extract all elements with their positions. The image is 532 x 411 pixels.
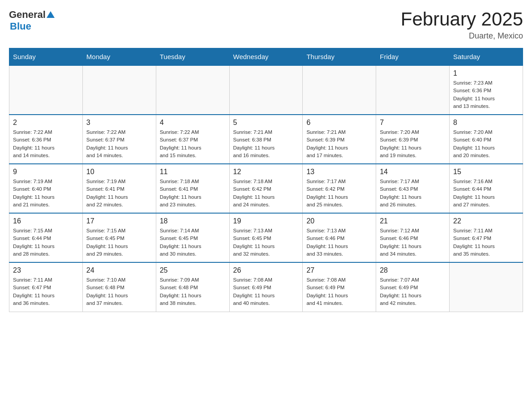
calendar-cell: 5Sunrise: 7:21 AM Sunset: 6:38 PM Daylig… <box>229 115 303 164</box>
day-info: Sunrise: 7:18 AM Sunset: 6:41 PM Dayligh… <box>160 178 226 209</box>
day-number: 12 <box>233 168 299 176</box>
day-number: 10 <box>86 168 152 176</box>
day-number: 5 <box>233 119 299 127</box>
day-info: Sunrise: 7:08 AM Sunset: 6:49 PM Dayligh… <box>306 276 372 307</box>
calendar-cell: 12Sunrise: 7:18 AM Sunset: 6:42 PM Dayli… <box>229 164 303 213</box>
day-number: 3 <box>86 119 152 127</box>
calendar-cell: 23Sunrise: 7:11 AM Sunset: 6:47 PM Dayli… <box>9 262 83 312</box>
day-number: 27 <box>306 266 372 274</box>
calendar-cell: 8Sunrise: 7:20 AM Sunset: 6:40 PM Daylig… <box>450 115 523 164</box>
calendar-cell <box>82 65 156 115</box>
day-info: Sunrise: 7:22 AM Sunset: 6:37 PM Dayligh… <box>160 128 226 159</box>
day-number: 2 <box>13 119 79 127</box>
day-number: 21 <box>380 217 446 225</box>
day-info: Sunrise: 7:08 AM Sunset: 6:49 PM Dayligh… <box>233 276 299 307</box>
week-row-2: 2Sunrise: 7:22 AM Sunset: 6:36 PM Daylig… <box>9 115 523 164</box>
day-header-friday: Friday <box>376 48 450 66</box>
day-number: 18 <box>160 217 226 225</box>
day-info: Sunrise: 7:19 AM Sunset: 6:40 PM Dayligh… <box>13 178 79 209</box>
calendar-cell: 16Sunrise: 7:15 AM Sunset: 6:44 PM Dayli… <box>9 213 83 262</box>
day-info: Sunrise: 7:15 AM Sunset: 6:45 PM Dayligh… <box>86 227 152 258</box>
logo: General Blue <box>9 9 56 32</box>
calendar-cell <box>303 65 376 115</box>
calendar-cell: 6Sunrise: 7:21 AM Sunset: 6:39 PM Daylig… <box>303 115 376 164</box>
calendar-cell: 27Sunrise: 7:08 AM Sunset: 6:49 PM Dayli… <box>303 262 376 312</box>
calendar-cell: 13Sunrise: 7:17 AM Sunset: 6:42 PM Dayli… <box>303 164 376 213</box>
day-info: Sunrise: 7:17 AM Sunset: 6:43 PM Dayligh… <box>380 178 446 209</box>
calendar-cell <box>9 65 83 115</box>
day-number: 11 <box>160 168 226 176</box>
days-header-row: SundayMondayTuesdayWednesdayThursdayFrid… <box>9 48 523 66</box>
day-info: Sunrise: 7:21 AM Sunset: 6:38 PM Dayligh… <box>233 128 299 159</box>
logo-general-text: General <box>9 9 46 21</box>
calendar-cell <box>156 65 229 115</box>
day-info: Sunrise: 7:23 AM Sunset: 6:36 PM Dayligh… <box>453 79 519 110</box>
title-section: February 2025 Duarte, Mexico <box>401 9 523 41</box>
calendar-cell: 14Sunrise: 7:17 AM Sunset: 6:43 PM Dayli… <box>376 164 450 213</box>
calendar-cell: 17Sunrise: 7:15 AM Sunset: 6:45 PM Dayli… <box>82 213 156 262</box>
calendar-cell: 26Sunrise: 7:08 AM Sunset: 6:49 PM Dayli… <box>229 262 303 312</box>
calendar-cell: 7Sunrise: 7:20 AM Sunset: 6:39 PM Daylig… <box>376 115 450 164</box>
day-header-thursday: Thursday <box>303 48 376 66</box>
calendar-cell: 10Sunrise: 7:19 AM Sunset: 6:41 PM Dayli… <box>82 164 156 213</box>
day-number: 19 <box>233 217 299 225</box>
day-number: 6 <box>306 119 372 127</box>
calendar-cell: 18Sunrise: 7:14 AM Sunset: 6:45 PM Dayli… <box>156 213 229 262</box>
week-row-5: 23Sunrise: 7:11 AM Sunset: 6:47 PM Dayli… <box>9 262 523 312</box>
month-title: February 2025 <box>401 9 523 30</box>
calendar-cell <box>450 262 523 312</box>
day-info: Sunrise: 7:17 AM Sunset: 6:42 PM Dayligh… <box>306 178 372 209</box>
calendar-cell <box>376 65 450 115</box>
page-header: General Blue February 2025 Duarte, Mexic… <box>9 9 523 41</box>
calendar-cell: 11Sunrise: 7:18 AM Sunset: 6:41 PM Dayli… <box>156 164 229 213</box>
day-info: Sunrise: 7:20 AM Sunset: 6:40 PM Dayligh… <box>453 128 519 159</box>
calendar-cell: 20Sunrise: 7:13 AM Sunset: 6:46 PM Dayli… <box>303 213 376 262</box>
day-info: Sunrise: 7:09 AM Sunset: 6:48 PM Dayligh… <box>160 276 226 307</box>
day-header-saturday: Saturday <box>450 48 523 66</box>
week-row-4: 16Sunrise: 7:15 AM Sunset: 6:44 PM Dayli… <box>9 213 523 262</box>
calendar-cell: 9Sunrise: 7:19 AM Sunset: 6:40 PM Daylig… <box>9 164 83 213</box>
day-number: 4 <box>160 119 226 127</box>
day-info: Sunrise: 7:13 AM Sunset: 6:45 PM Dayligh… <box>233 227 299 258</box>
day-info: Sunrise: 7:22 AM Sunset: 6:36 PM Dayligh… <box>13 128 79 159</box>
day-number: 24 <box>86 266 152 274</box>
day-info: Sunrise: 7:21 AM Sunset: 6:39 PM Dayligh… <box>306 128 372 159</box>
day-info: Sunrise: 7:10 AM Sunset: 6:48 PM Dayligh… <box>86 276 152 307</box>
day-number: 15 <box>453 168 519 176</box>
day-header-monday: Monday <box>82 48 156 66</box>
day-number: 20 <box>306 217 372 225</box>
day-number: 28 <box>380 266 446 274</box>
day-header-wednesday: Wednesday <box>229 48 303 66</box>
week-row-3: 9Sunrise: 7:19 AM Sunset: 6:40 PM Daylig… <box>9 164 523 213</box>
day-info: Sunrise: 7:11 AM Sunset: 6:47 PM Dayligh… <box>453 227 519 258</box>
calendar-cell: 2Sunrise: 7:22 AM Sunset: 6:36 PM Daylig… <box>9 115 83 164</box>
calendar-cell: 1Sunrise: 7:23 AM Sunset: 6:36 PM Daylig… <box>450 65 523 115</box>
logo-triangle-icon <box>46 10 56 20</box>
day-number: 7 <box>380 119 446 127</box>
day-info: Sunrise: 7:07 AM Sunset: 6:49 PM Dayligh… <box>380 276 446 307</box>
day-info: Sunrise: 7:18 AM Sunset: 6:42 PM Dayligh… <box>233 178 299 209</box>
day-number: 26 <box>233 266 299 274</box>
day-number: 16 <box>13 217 79 225</box>
day-info: Sunrise: 7:22 AM Sunset: 6:37 PM Dayligh… <box>86 128 152 159</box>
day-number: 8 <box>453 119 519 127</box>
day-header-tuesday: Tuesday <box>156 48 229 66</box>
calendar-cell: 28Sunrise: 7:07 AM Sunset: 6:49 PM Dayli… <box>376 262 450 312</box>
day-info: Sunrise: 7:13 AM Sunset: 6:46 PM Dayligh… <box>306 227 372 258</box>
day-number: 22 <box>453 217 519 225</box>
day-number: 17 <box>86 217 152 225</box>
day-info: Sunrise: 7:19 AM Sunset: 6:41 PM Dayligh… <box>86 178 152 209</box>
day-number: 14 <box>380 168 446 176</box>
day-info: Sunrise: 7:14 AM Sunset: 6:45 PM Dayligh… <box>160 227 226 258</box>
day-header-sunday: Sunday <box>9 48 83 66</box>
day-number: 13 <box>306 168 372 176</box>
calendar-cell: 4Sunrise: 7:22 AM Sunset: 6:37 PM Daylig… <box>156 115 229 164</box>
calendar-cell: 19Sunrise: 7:13 AM Sunset: 6:45 PM Dayli… <box>229 213 303 262</box>
calendar-cell: 22Sunrise: 7:11 AM Sunset: 6:47 PM Dayli… <box>450 213 523 262</box>
location-text: Duarte, Mexico <box>401 31 523 41</box>
day-number: 1 <box>453 69 519 77</box>
calendar-cell: 25Sunrise: 7:09 AM Sunset: 6:48 PM Dayli… <box>156 262 229 312</box>
day-number: 23 <box>13 266 79 274</box>
calendar-cell: 21Sunrise: 7:12 AM Sunset: 6:46 PM Dayli… <box>376 213 450 262</box>
day-info: Sunrise: 7:15 AM Sunset: 6:44 PM Dayligh… <box>13 227 79 258</box>
